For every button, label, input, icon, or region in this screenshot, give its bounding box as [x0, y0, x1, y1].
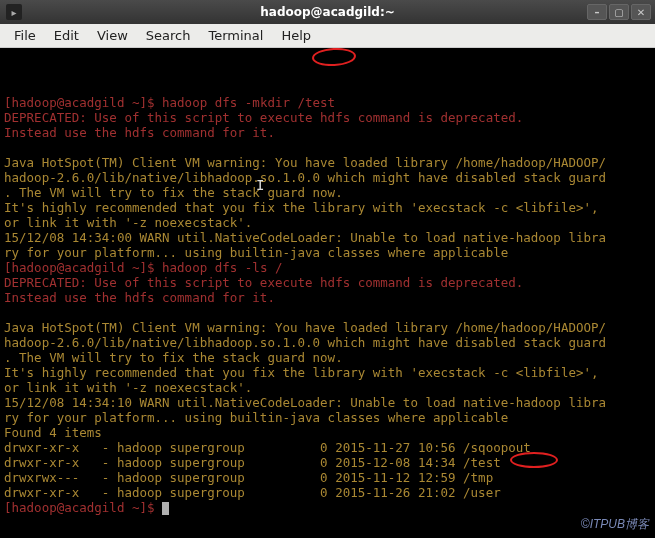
- terminal-line: drwxr-xr-x - hadoop supergroup 0 2015-12…: [4, 455, 651, 470]
- menu-search[interactable]: Search: [138, 26, 199, 45]
- menu-view[interactable]: View: [89, 26, 136, 45]
- terminal-line: or link it with '-z noexecstack'.: [4, 215, 651, 230]
- prompt: [hadoop@acadgild ~]$: [4, 95, 162, 110]
- text-cursor-icon: I: [256, 178, 264, 192]
- prompt: [hadoop@acadgild ~]$: [4, 260, 162, 275]
- window-titlebar: ▸ hadoop@acadgild:~ – ▢ ✕: [0, 0, 655, 24]
- menu-help[interactable]: Help: [273, 26, 319, 45]
- menu-edit[interactable]: Edit: [46, 26, 87, 45]
- terminal-line: [hadoop@acadgild ~]$: [4, 500, 651, 515]
- terminal-line: hadoop-2.6.0/lib/native/libhadoop.so.1.0…: [4, 170, 651, 185]
- watermark: ©ITPUB博客: [581, 517, 649, 532]
- cursor-block: [162, 502, 169, 515]
- terminal-line: It's highly recommended that you fix the…: [4, 365, 651, 380]
- terminal-line: 15/12/08 14:34:00 WARN util.NativeCodeLo…: [4, 230, 651, 245]
- annotation-circle-1: [312, 48, 357, 67]
- terminal-line: drwxr-xr-x - hadoop supergroup 0 2015-11…: [4, 485, 651, 500]
- terminal-icon: ▸: [6, 4, 22, 20]
- terminal-line: Found 4 items: [4, 425, 651, 440]
- command-text: hadoop dfs -mkdir /test: [162, 95, 335, 110]
- menu-terminal[interactable]: Terminal: [200, 26, 271, 45]
- minimize-button[interactable]: –: [587, 4, 607, 20]
- window-controls: – ▢ ✕: [587, 4, 651, 20]
- terminal-line: [4, 140, 651, 155]
- maximize-button[interactable]: ▢: [609, 4, 629, 20]
- terminal-line: Instead use the hdfs command for it.: [4, 290, 651, 305]
- terminal-line: [4, 305, 651, 320]
- terminal-line: ry for your platform... using builtin-ja…: [4, 245, 651, 260]
- menu-file[interactable]: File: [6, 26, 44, 45]
- terminal-line: ry for your platform... using builtin-ja…: [4, 410, 651, 425]
- terminal-line: DEPRECATED: Use of this script to execut…: [4, 110, 651, 125]
- terminal-line: It's highly recommended that you fix the…: [4, 200, 651, 215]
- terminal-line: or link it with '-z noexecstack'.: [4, 380, 651, 395]
- terminal-line: . The VM will try to fix the stack guard…: [4, 185, 651, 200]
- terminal-line: DEPRECATED: Use of this script to execut…: [4, 275, 651, 290]
- prompt: [hadoop@acadgild ~]$: [4, 500, 162, 515]
- command-text: hadoop dfs -ls /: [162, 260, 282, 275]
- terminal-line: [hadoop@acadgild ~]$ hadoop dfs -mkdir /…: [4, 95, 651, 110]
- terminal-line: Java HotSpot(TM) Client VM warning: You …: [4, 320, 651, 335]
- window-title: hadoop@acadgild:~: [260, 5, 394, 19]
- menu-bar: File Edit View Search Terminal Help: [0, 24, 655, 48]
- terminal-line: 15/12/08 14:34:10 WARN util.NativeCodeLo…: [4, 395, 651, 410]
- terminal-line: [hadoop@acadgild ~]$ hadoop dfs -ls /: [4, 260, 651, 275]
- terminal-line: drwxrwx--- - hadoop supergroup 0 2015-11…: [4, 470, 651, 485]
- terminal-line: Instead use the hdfs command for it.: [4, 125, 651, 140]
- terminal-line: . The VM will try to fix the stack guard…: [4, 350, 651, 365]
- terminal-line: Java HotSpot(TM) Client VM warning: You …: [4, 155, 651, 170]
- terminal-line: drwxr-xr-x - hadoop supergroup 0 2015-11…: [4, 440, 651, 455]
- close-button[interactable]: ✕: [631, 4, 651, 20]
- terminal-area[interactable]: [hadoop@acadgild ~]$ hadoop dfs -mkdir /…: [0, 48, 655, 538]
- terminal-line: hadoop-2.6.0/lib/native/libhadoop.so.1.0…: [4, 335, 651, 350]
